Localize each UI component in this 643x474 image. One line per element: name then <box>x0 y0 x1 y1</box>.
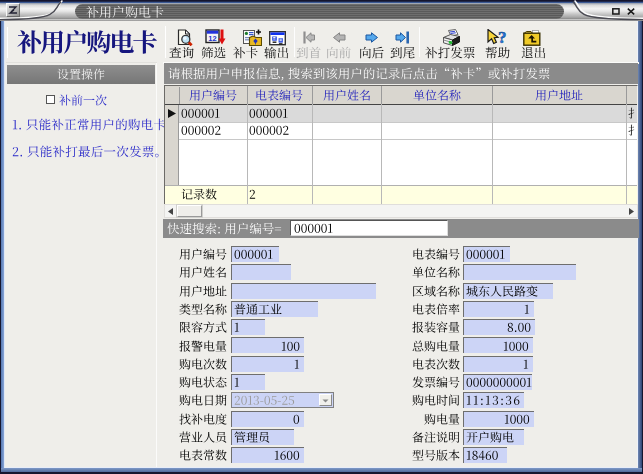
svg-text:12: 12 <box>208 34 216 43</box>
